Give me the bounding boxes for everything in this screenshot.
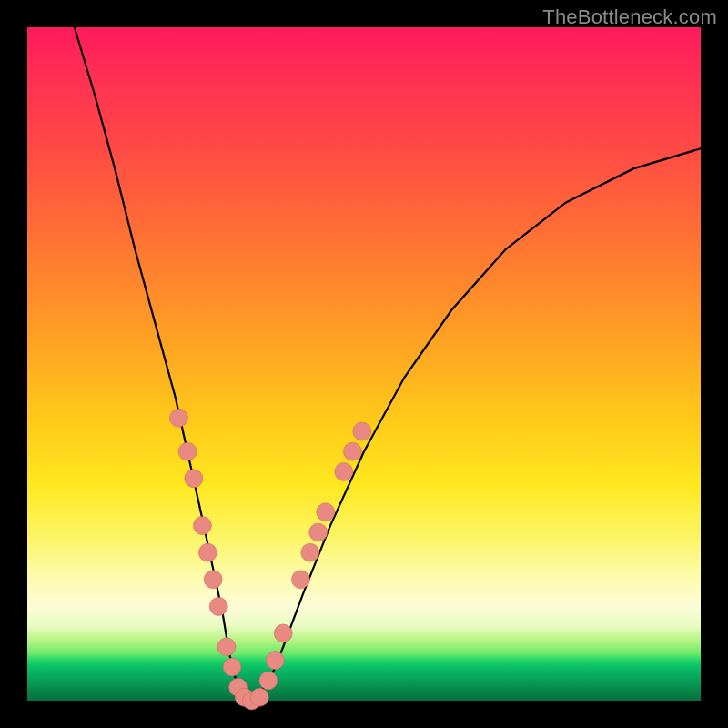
data-marker (291, 571, 309, 589)
watermark-text: TheBottleneck.com (542, 5, 717, 29)
data-marker (209, 597, 228, 615)
data-marker (353, 422, 371, 440)
data-marker (266, 652, 284, 670)
data-marker (301, 543, 319, 561)
data-marker (317, 503, 335, 521)
data-marker (217, 638, 236, 656)
plot-area (27, 27, 701, 701)
data-marker (178, 442, 197, 460)
data-marker (309, 523, 328, 541)
data-marker (223, 658, 241, 676)
data-marker (335, 462, 353, 480)
chart-frame: TheBottleneck.com (0, 0, 728, 728)
data-marker (343, 442, 361, 460)
data-marker (193, 517, 211, 535)
data-marker (198, 543, 217, 561)
chart-svg (27, 27, 701, 701)
data-marker (250, 688, 268, 706)
data-marker (204, 571, 222, 589)
data-marker (170, 409, 188, 427)
marker-group (170, 409, 371, 710)
data-marker (185, 470, 203, 488)
bottleneck-curve (75, 27, 701, 701)
data-marker (274, 624, 292, 642)
data-marker (259, 672, 278, 690)
